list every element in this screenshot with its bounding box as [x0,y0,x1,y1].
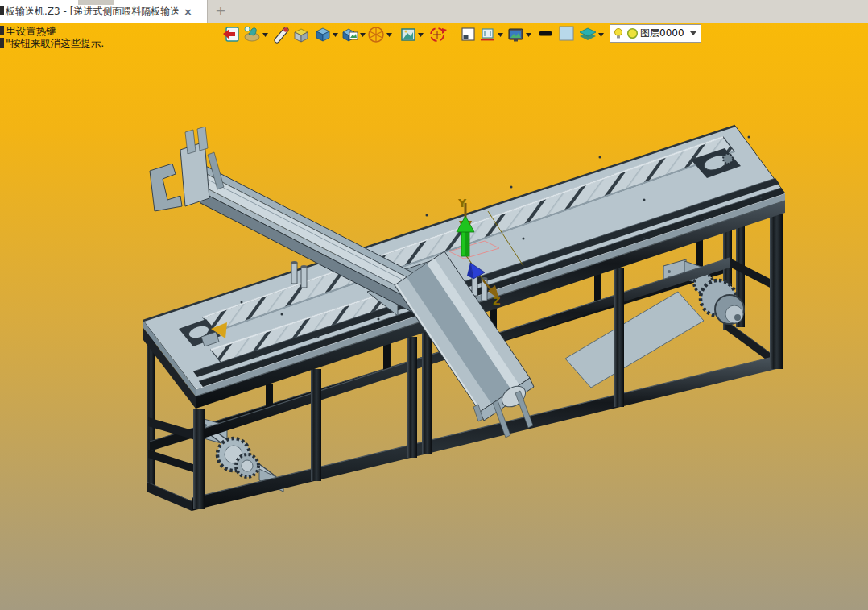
wireframe-display-icon[interactable] [369,27,392,42]
window-top-fragment [78,0,114,5]
conveyor-machine-model[interactable]: Y Z [143,126,785,511]
line-width-icon[interactable] [539,31,552,36]
layer-selector-value: 图层0000 [640,27,684,40]
hint-line-2: "按钮来取消这些提示. [0,37,104,51]
dropdown-arrow[interactable] [526,33,531,37]
isometric-view-icon[interactable] [295,29,308,42]
axis-z-label: Z [493,295,500,307]
layer-circle-icon [626,27,639,39]
rotate-view-icon[interactable] [431,28,447,41]
exit-prompt-icon[interactable] [223,27,238,41]
chevron-down-icon[interactable] [690,31,696,35]
display-settings-icon[interactable] [509,29,531,42]
dropdown-arrow[interactable] [360,33,366,37]
document-tab-title: 板输送机.Z3 - [递进式侧面喂料隔板输送机] [0,5,179,19]
dropdown-arrow[interactable] [386,33,392,37]
cut-glyph [0,38,4,48]
tab-bar: 板输送机.Z3 - [递进式侧面喂料隔板输送机] × + [0,0,868,23]
texture-display-icon[interactable] [402,29,424,40]
view-toolbar [223,27,604,42]
section-view-icon[interactable] [481,29,503,40]
new-tab-button[interactable]: + [212,3,229,19]
dropdown-arrow[interactable] [598,33,604,37]
dropdown-arrow[interactable] [262,33,268,37]
render-mode-icon[interactable] [343,29,366,41]
tab-close-icon[interactable]: × [184,6,192,17]
model-viewport[interactable]: Y Z [0,0,868,610]
face-color-icon[interactable] [245,27,268,41]
shaded-display-icon[interactable] [316,28,338,41]
lightbulb-icon [614,27,623,40]
eraser-icon[interactable] [277,27,288,40]
dropdown-arrow[interactable] [498,33,503,37]
layers-icon[interactable] [580,28,604,40]
background-color-icon[interactable] [560,27,573,40]
dropdown-arrow[interactable] [333,33,338,37]
layer-selector[interactable]: 图层0000 [610,24,701,43]
cut-glyph [0,26,4,35]
window-icon[interactable] [462,28,474,40]
cut-glyph [0,6,4,15]
dropdown-arrow[interactable] [418,33,424,37]
